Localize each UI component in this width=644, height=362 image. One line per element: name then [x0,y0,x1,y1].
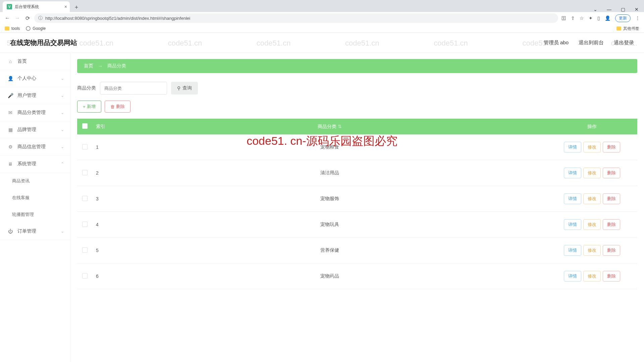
back-icon[interactable]: ← [4,15,11,21]
header-category[interactable]: 商品分类 ⇅ [113,119,547,134]
edit-button[interactable]: 修改 [583,219,601,230]
sidebar-item-orders[interactable]: ⏻ 订单管理 ⌄ [0,223,70,240]
window-controls: ⌄ — ▢ ✕ [593,7,644,12]
profile-icon[interactable]: 👤 [605,15,610,21]
sidebar-sub-news[interactable]: 商品资讯 [0,173,70,189]
chevron-down-icon: ⌄ [61,93,64,98]
url-input[interactable]: ⓘ http://localhost:8080/springbootqi5z1/… [34,13,558,23]
menu-icon[interactable]: ⋮ [635,15,640,21]
trash-icon: 🗑 [110,104,115,109]
table-row: 4宠物玩具详情修改删除 [77,212,637,238]
row-delete-button[interactable]: 删除 [603,245,620,256]
update-button[interactable]: 更新 [615,14,631,22]
sidebar-sub-service[interactable]: 在线客服 [0,189,70,206]
detail-button[interactable]: 详情 [564,168,581,178]
cell-category: 营养保健 [113,238,547,263]
breadcrumb-home[interactable]: 首页 [84,63,93,69]
checkbox-all[interactable] [82,123,88,129]
search-input[interactable] [100,82,167,95]
forward-icon[interactable]: → [14,15,21,21]
row-checkbox[interactable] [82,273,88,279]
detail-button[interactable]: 详情 [564,245,581,256]
url-text: http://localhost:8080/springbootqi5z1/ad… [45,16,190,21]
row-delete-button[interactable]: 删除 [603,219,620,230]
cell-index: 3 [93,186,113,212]
table-row: 5营养保健详情修改删除 [77,238,637,263]
row-checkbox[interactable] [82,144,88,149]
row-delete-button[interactable]: 删除 [603,168,620,178]
cell-index: 4 [93,212,113,238]
arrow-icon: → [98,63,103,69]
sidebar-item-category-mgmt[interactable]: ✉ 商品分类管理 ⌄ [0,104,70,121]
search-row: 商品分类 ⚲ 查询 [77,82,637,95]
edit-button[interactable]: 修改 [583,193,601,204]
edit-button[interactable]: 修改 [583,142,601,153]
user-icon: 👤 [7,75,13,81]
dropdown-icon[interactable]: ⌄ [593,7,597,12]
sidebar-item-personal[interactable]: 👤 个人中心 ⌄ [0,70,70,87]
admin-label[interactable]: 管理员 abo [544,40,569,46]
app-header: 在线宠物用品交易网站 管理员 abo 退出到前台 退出登录 [0,33,644,53]
add-button[interactable]: +新增 [77,101,101,113]
table-row: 6宠物药品详情修改删除 [77,263,637,289]
chevron-down-icon: ⌄ [61,127,64,132]
sidebar-item-product-info[interactable]: ⚙ 商品信息管理 ⌄ [0,138,70,156]
row-delete-button[interactable]: 删除 [603,193,620,204]
sidebar: ⌂ 首页 👤 个人中心 ⌄ 🎤 用户管理 ⌄ ✉ 商品分类管理 ⌄ ▦ 品牌管理 [0,53,70,362]
search-button[interactable]: ⚲ 查询 [171,82,198,95]
row-checkbox[interactable] [82,196,88,201]
new-tab-button[interactable]: + [72,3,81,12]
mic-icon: 🎤 [7,93,13,99]
edit-button[interactable]: 修改 [583,245,601,256]
cell-index: 5 [93,238,113,263]
sidebar-sub-carousel[interactable]: 轮播图管理 [0,206,70,223]
gear-icon: ⚙ [7,144,13,150]
chrome-icon [26,26,31,31]
bookmark-others[interactable]: 其他书签 [616,26,639,32]
row-checkbox[interactable] [82,222,88,227]
folder-icon [616,26,621,31]
sidebar-item-users[interactable]: 🎤 用户管理 ⌄ [0,87,70,104]
detail-button[interactable]: 详情 [564,193,581,204]
table-row: 2清洁用品详情修改删除 [77,160,637,186]
header-checkbox-col [77,119,93,134]
sidebar-item-brand[interactable]: ▦ 品牌管理 ⌄ [0,121,70,138]
panel-icon[interactable]: ▯ [597,15,600,21]
edit-button[interactable]: 修改 [583,168,601,178]
share-icon[interactable]: ⇪ [571,15,575,21]
exit-front-link[interactable]: 退出到前台 [579,40,604,46]
star-icon[interactable]: ☆ [580,15,584,21]
chevron-up-icon: ⌃ [61,162,64,166]
chevron-down-icon: ⌄ [61,110,64,115]
browser-chrome: V 后台管理系统 × + ⌄ — ▢ ✕ ← → ⟳ ⓘ http://loca… [0,0,644,33]
logout-link[interactable]: 退出登录 [614,40,634,46]
minimize-icon[interactable]: — [607,7,611,12]
sidebar-item-home[interactable]: ⌂ 首页 [0,53,70,70]
detail-button[interactable]: 详情 [564,271,581,282]
row-delete-button[interactable]: 删除 [603,142,620,153]
folder-icon [5,26,9,31]
extensions-icon[interactable]: ✦ [589,15,593,21]
row-checkbox[interactable] [82,247,88,253]
cell-index: 1 [93,134,113,160]
close-window-icon[interactable]: ✕ [635,7,639,12]
delete-button[interactable]: 🗑删除 [105,101,130,113]
detail-button[interactable]: 详情 [564,219,581,230]
action-row: +新增 🗑删除 [77,101,637,113]
detail-button[interactable]: 详情 [564,142,581,153]
key-icon[interactable]: ⚿ [561,15,566,21]
row-checkbox[interactable] [82,170,88,175]
category-table: 索引 商品分类 ⇅ 操作 1宠物粮食详情修改删除2清洁用品详情修改删除3宠物服饰… [77,119,637,289]
sidebar-item-system[interactable]: 🖥 系统管理 ⌃ [0,156,70,173]
maximize-icon[interactable]: ▢ [621,7,625,12]
table-row: 1宠物粮食详情修改删除 [77,134,637,160]
close-icon[interactable]: × [64,4,67,9]
row-delete-button[interactable]: 删除 [603,271,620,282]
bookmark-google[interactable]: Google [26,26,46,31]
sort-icon: ⇅ [338,124,342,129]
search-label: 商品分类 [77,85,96,91]
browser-tab[interactable]: V 后台管理系统 × [3,1,70,12]
bookmark-tools[interactable]: tools [5,26,20,31]
edit-button[interactable]: 修改 [583,271,601,282]
reload-icon[interactable]: ⟳ [24,15,31,21]
